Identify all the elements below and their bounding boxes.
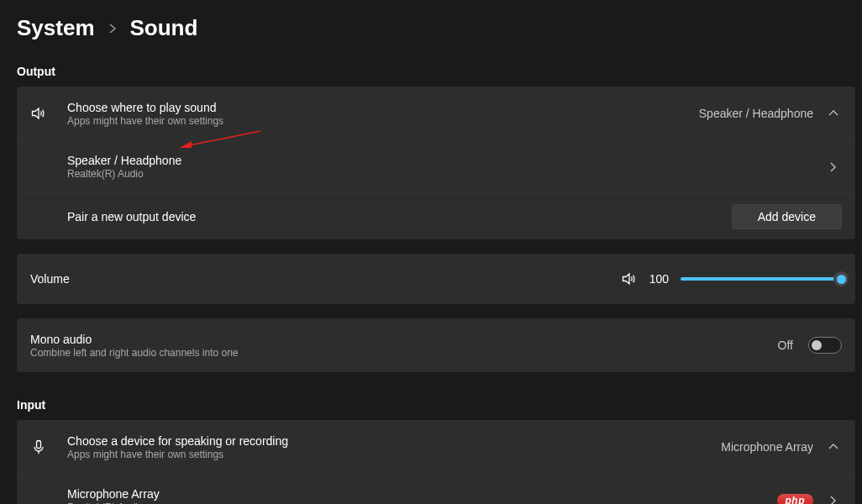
volume-icon[interactable] [621, 270, 638, 287]
chevron-right-icon [108, 24, 117, 33]
input-section-label: Input [17, 398, 855, 412]
choose-output-subtitle: Apps might have their own settings [67, 115, 699, 127]
svg-marker-1 [180, 141, 192, 148]
breadcrumb: System Sound [17, 15, 855, 41]
output-choose-card: Choose where to play sound Apps might ha… [17, 87, 855, 239]
breadcrumb-parent[interactable]: System [17, 15, 95, 41]
volume-row: Volume 100 [17, 254, 855, 304]
choose-input-title: Choose a device for speaking or recordin… [67, 434, 721, 448]
input-device-title: Microphone Array [67, 487, 777, 501]
output-device-subtitle: Realtek(R) Audio [67, 168, 828, 180]
chevron-right-icon[interactable] [828, 162, 842, 172]
add-device-button[interactable]: Add device [732, 204, 842, 229]
input-device-row[interactable]: Microphone Array Realtek(R) Audio php [17, 474, 855, 504]
output-device-title: Speaker / Headphone [67, 154, 828, 167]
input-choose-card: Choose a device for speaking or recordin… [17, 420, 855, 504]
mono-title: Mono audio [30, 333, 778, 346]
php-badge: php [777, 494, 814, 505]
pair-output-title: Pair a new output device [67, 210, 732, 223]
choose-input-value: Microphone Array [721, 440, 813, 454]
choose-output-row[interactable]: Choose where to play sound Apps might ha… [17, 87, 855, 140]
volume-slider[interactable] [681, 277, 842, 281]
chevron-right-icon[interactable] [828, 496, 842, 505]
output-device-row[interactable]: Speaker / Headphone Realtek(R) Audio [17, 140, 855, 192]
choose-output-value: Speaker / Headphone [699, 107, 813, 120]
mono-row: Mono audio Combine left and right audio … [17, 318, 855, 372]
volume-label: Volume [30, 272, 621, 286]
mono-toggle[interactable] [808, 337, 842, 354]
microphone-icon [30, 438, 67, 455]
breadcrumb-current: Sound [130, 15, 198, 41]
volume-slider-thumb[interactable] [833, 271, 849, 286]
choose-input-row[interactable]: Choose a device for speaking or recordin… [17, 420, 855, 474]
svg-rect-2 [37, 441, 41, 449]
volume-card: Volume 100 [17, 254, 855, 304]
toggle-knob [812, 340, 822, 350]
volume-slider-fill [681, 277, 842, 281]
mono-subtitle: Combine left and right audio channels in… [30, 347, 778, 359]
speaker-icon [30, 105, 67, 122]
volume-value: 100 [649, 272, 669, 286]
mono-state: Off [778, 339, 793, 352]
choose-output-title: Choose where to play sound [67, 101, 699, 114]
choose-input-subtitle: Apps might have their own settings [67, 449, 721, 460]
chevron-up-icon[interactable] [828, 108, 842, 118]
output-section-label: Output [17, 65, 855, 78]
mono-card: Mono audio Combine left and right audio … [17, 318, 855, 372]
pair-output-row: Pair a new output device Add device [17, 192, 855, 239]
chevron-up-icon[interactable] [828, 442, 842, 452]
